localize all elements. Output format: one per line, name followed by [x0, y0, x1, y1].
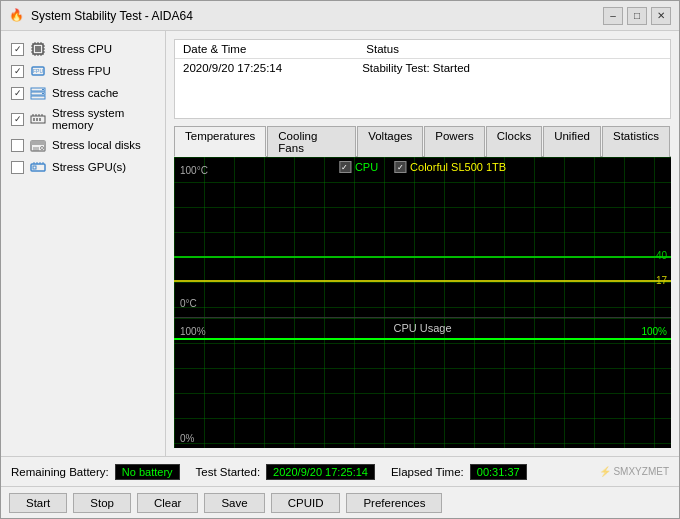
svg-rect-24	[39, 118, 41, 121]
svg-text:FPU: FPU	[33, 68, 43, 74]
tab-voltages[interactable]: Voltages	[357, 126, 423, 157]
watermark: ⚡ SMXYZMET	[599, 466, 669, 477]
test-started-item: Test Started: 2020/9/20 17:25:14	[196, 464, 375, 480]
battery-label: Remaining Battery:	[11, 466, 109, 478]
legend-ssd-label: Colorful SL500 1TB	[410, 161, 506, 173]
stress-fpu-label: Stress FPU	[52, 65, 111, 77]
ssd-temp-line	[174, 280, 671, 282]
tab-statistics[interactable]: Statistics	[602, 126, 670, 157]
stress-gpus-label: Stress GPU(s)	[52, 161, 126, 173]
chart-legend: CPU Colorful SL500 1TB	[339, 161, 506, 173]
tab-unified[interactable]: Unified	[543, 126, 601, 157]
svg-rect-30	[31, 141, 45, 145]
tab-cooling-fans[interactable]: Cooling Fans	[267, 126, 356, 157]
cpu-temp-line	[174, 256, 671, 258]
log-row: 2020/9/20 17:25:14 Stability Test: Start…	[175, 59, 670, 77]
cpuid-button[interactable]: CPUID	[271, 493, 341, 513]
temperature-chart: CPU Colorful SL500 1TB 100°C 0°C 40	[174, 157, 671, 318]
tab-powers[interactable]: Powers	[424, 126, 484, 157]
legend-cpu[interactable]: CPU	[339, 161, 378, 173]
stress-cpu-label: Stress CPU	[52, 43, 112, 55]
chart-container: CPU Colorful SL500 1TB 100°C 0°C 40	[174, 157, 671, 448]
temp-y-top: 100°C	[180, 165, 208, 176]
cpu-usage-chart: CPU Usage 100% 0% 100%	[174, 318, 671, 448]
cpu-usage-title: CPU Usage	[393, 322, 451, 334]
stress-gpus-item[interactable]: Stress GPU(s)	[11, 157, 155, 177]
app-icon: 🔥	[9, 8, 25, 24]
cache-icon	[30, 85, 46, 101]
cpu-icon	[30, 41, 46, 57]
left-panel: Stress CPU FPU Stress FPU	[1, 31, 166, 456]
log-header-status: Status	[366, 43, 399, 55]
stop-button[interactable]: Stop	[73, 493, 131, 513]
fpu-icon: FPU	[30, 63, 46, 79]
stress-cpu-item[interactable]: Stress CPU	[11, 39, 155, 59]
stress-system-memory-item[interactable]: Stress system memory	[11, 105, 155, 133]
stress-cpu-checkbox[interactable]	[11, 43, 24, 56]
ram-icon	[30, 111, 46, 127]
log-header: Date & Time Status	[175, 40, 670, 59]
minimize-button[interactable]: –	[603, 7, 623, 25]
stress-local-disks-checkbox[interactable]	[11, 139, 24, 152]
tab-bar: Temperatures Cooling Fans Voltages Power…	[174, 125, 671, 157]
save-button[interactable]: Save	[204, 493, 264, 513]
svg-rect-19	[42, 89, 44, 90]
stress-cache-label: Stress cache	[52, 87, 118, 99]
battery-value: No battery	[115, 464, 180, 480]
elapsed-label: Elapsed Time:	[391, 466, 464, 478]
start-button[interactable]: Start	[9, 493, 67, 513]
cpu-y-0: 0%	[180, 433, 194, 444]
clear-button[interactable]: Clear	[137, 493, 198, 513]
svg-rect-35	[33, 166, 36, 169]
temp-y-bottom: 0°C	[180, 298, 197, 309]
log-area: Date & Time Status 2020/9/20 17:25:14 St…	[174, 39, 671, 119]
test-started-value: 2020/9/20 17:25:14	[266, 464, 375, 480]
stress-system-memory-label: Stress system memory	[52, 107, 155, 131]
tab-clocks[interactable]: Clocks	[486, 126, 543, 157]
stress-fpu-item[interactable]: FPU Stress FPU	[11, 61, 155, 81]
test-started-label: Test Started:	[196, 466, 261, 478]
log-header-datetime: Date & Time	[183, 43, 246, 55]
title-buttons: – □ ✕	[603, 7, 671, 25]
svg-rect-1	[35, 46, 41, 52]
stress-gpus-checkbox[interactable]	[11, 161, 24, 174]
svg-rect-18	[31, 96, 45, 99]
main-window: 🔥 System Stability Test - AIDA64 – □ ✕	[0, 0, 680, 519]
legend-ssd[interactable]: Colorful SL500 1TB	[394, 161, 506, 173]
tabs-area: Temperatures Cooling Fans Voltages Power…	[174, 125, 671, 448]
bottom-bar: Remaining Battery: No battery Test Start…	[1, 456, 679, 486]
svg-point-31	[41, 147, 44, 150]
stress-cache-checkbox[interactable]	[11, 87, 24, 100]
title-bar: 🔥 System Stability Test - AIDA64 – □ ✕	[1, 1, 679, 31]
stress-local-disks-label: Stress local disks	[52, 139, 141, 151]
cpu-y-100: 100%	[180, 326, 206, 337]
svg-rect-23	[36, 118, 38, 121]
title-bar-left: 🔥 System Stability Test - AIDA64	[9, 8, 193, 24]
svg-rect-20	[42, 93, 44, 94]
legend-cpu-checkbox[interactable]	[339, 161, 351, 173]
gpu-icon	[30, 159, 46, 175]
stress-system-memory-checkbox[interactable]	[11, 113, 24, 126]
button-bar: Start Stop Clear Save CPUID Preferences	[1, 486, 679, 518]
watermark-text: ⚡ SMXYZMET	[599, 466, 669, 477]
tab-temperatures[interactable]: Temperatures	[174, 126, 266, 157]
stress-cache-item[interactable]: Stress cache	[11, 83, 155, 103]
grid-overlay-top	[174, 157, 671, 317]
svg-rect-22	[33, 118, 35, 121]
battery-item: Remaining Battery: No battery	[11, 464, 180, 480]
elapsed-item: Elapsed Time: 00:31:37	[391, 464, 527, 480]
legend-ssd-checkbox[interactable]	[394, 161, 406, 173]
stress-fpu-checkbox[interactable]	[11, 65, 24, 78]
preferences-button[interactable]: Preferences	[346, 493, 442, 513]
maximize-button[interactable]: □	[627, 7, 647, 25]
close-button[interactable]: ✕	[651, 7, 671, 25]
disk-icon	[30, 137, 46, 153]
elapsed-value: 00:31:37	[470, 464, 527, 480]
legend-cpu-label: CPU	[355, 161, 378, 173]
stress-local-disks-item[interactable]: Stress local disks	[11, 135, 155, 155]
cpu-value-100: 100%	[641, 326, 667, 337]
log-status: Stability Test: Started	[362, 62, 470, 74]
log-datetime: 2020/9/20 17:25:14	[183, 62, 282, 74]
title-text: System Stability Test - AIDA64	[31, 9, 193, 23]
cpu-usage-line	[174, 338, 671, 340]
